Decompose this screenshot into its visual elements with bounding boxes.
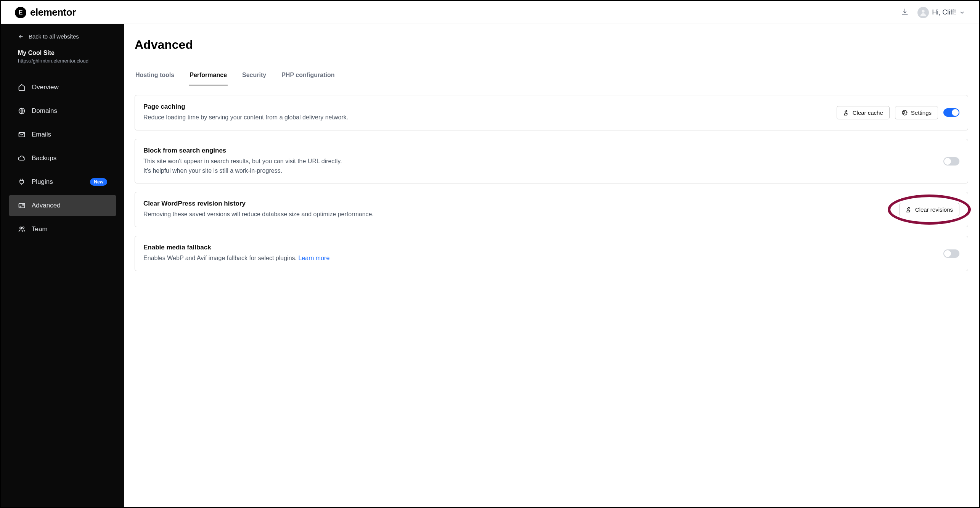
sidebar-item-emails[interactable]: Emails [9, 124, 116, 145]
sliders-icon [18, 202, 26, 209]
sidebar-item-advanced[interactable]: Advanced [9, 195, 116, 216]
sidebar-item-team[interactable]: Team [9, 219, 116, 240]
sidebar-item-label: Domains [32, 107, 57, 115]
greeting-text: Hi, Cliff! [932, 8, 956, 16]
button-label: Clear revisions [915, 206, 953, 213]
arrow-left-icon [18, 34, 24, 40]
tab-hosting-tools[interactable]: Hosting tools [135, 68, 175, 85]
sidebar-item-label: Backups [32, 154, 56, 162]
wordpress-icon [901, 109, 908, 116]
page-caching-toggle[interactable] [943, 108, 959, 117]
sidebar-item-label: Team [32, 225, 48, 233]
tabs: Hosting tools Performance Security PHP c… [135, 68, 968, 86]
mail-icon [18, 131, 26, 138]
brand-logo[interactable]: E elementor [15, 6, 76, 18]
card-description: This site won't appear in search results… [143, 157, 936, 176]
sidebar-item-domains[interactable]: Domains [9, 100, 116, 122]
sidebar-item-label: Advanced [32, 202, 61, 209]
sidebar: Back to all websites My Cool Site https:… [1, 24, 124, 507]
new-badge: New [90, 178, 107, 186]
home-icon [18, 84, 26, 91]
back-to-websites-link[interactable]: Back to all websites [1, 33, 124, 50]
brand-mark-icon: E [15, 7, 26, 18]
clear-revisions-button[interactable]: Clear revisions [899, 203, 959, 216]
card-clear-revisions: Clear WordPress revision history Removin… [135, 192, 968, 227]
button-label: Settings [911, 109, 932, 116]
brand-name: elementor [30, 6, 76, 18]
card-page-caching: Page caching Reduce loading time by serv… [135, 95, 968, 130]
sidebar-item-plugins[interactable]: Plugins New [9, 171, 116, 193]
avatar-icon [917, 7, 929, 18]
card-title: Block from search engines [143, 147, 936, 154]
users-icon [18, 225, 26, 233]
main-content: Advanced Hosting tools Performance Secur… [124, 24, 979, 507]
broom-icon [843, 109, 850, 116]
card-description: Enables WebP and Avif image fallback for… [143, 254, 936, 263]
site-name: My Cool Site [18, 50, 107, 56]
globe-icon [18, 107, 26, 115]
page-title: Advanced [135, 38, 968, 52]
back-label: Back to all websites [29, 33, 79, 40]
topbar: E elementor Hi, Cliff! [1, 1, 979, 24]
plug-icon [18, 178, 26, 186]
svg-point-5 [22, 204, 24, 206]
sidebar-item-backups[interactable]: Backups [9, 148, 116, 169]
svg-point-0 [922, 10, 925, 12]
card-block-search-engines: Block from search engines This site won'… [135, 139, 968, 184]
download-icon[interactable] [901, 8, 909, 18]
card-media-fallback: Enable media fallback Enables WebP and A… [135, 236, 968, 271]
sidebar-item-overview[interactable]: Overview [9, 77, 116, 98]
tab-security[interactable]: Security [241, 68, 267, 85]
svg-rect-3 [19, 203, 25, 208]
learn-more-link[interactable]: Learn more [298, 255, 329, 261]
block-search-toggle[interactable] [943, 157, 959, 166]
card-description: Removing these saved versions will reduc… [143, 210, 892, 219]
sidebar-item-label: Plugins [32, 178, 53, 186]
clear-cache-button[interactable]: Clear cache [837, 106, 890, 119]
site-url: https://ghlrmtnn.elementor.cloud [18, 58, 107, 64]
card-description: Reduce loading time by serving your cont… [143, 113, 829, 122]
svg-point-4 [20, 206, 21, 207]
media-fallback-toggle[interactable] [943, 249, 959, 258]
user-menu[interactable]: Hi, Cliff! [917, 7, 965, 18]
site-info: My Cool Site https://ghlrmtnn.elementor.… [1, 50, 124, 71]
sidebar-item-label: Emails [32, 131, 51, 138]
card-title: Clear WordPress revision history [143, 200, 892, 207]
sidebar-item-label: Overview [32, 84, 59, 91]
settings-button[interactable]: Settings [895, 106, 938, 119]
svg-point-6 [20, 227, 22, 229]
cloud-icon [18, 154, 26, 162]
tab-performance[interactable]: Performance [189, 68, 228, 85]
broom-icon [906, 206, 912, 213]
button-label: Clear cache [853, 109, 883, 116]
card-title: Page caching [143, 103, 829, 111]
card-title: Enable media fallback [143, 244, 936, 251]
chevron-down-icon [959, 10, 965, 16]
svg-point-7 [22, 227, 24, 228]
tab-php-configuration[interactable]: PHP configuration [281, 68, 335, 85]
